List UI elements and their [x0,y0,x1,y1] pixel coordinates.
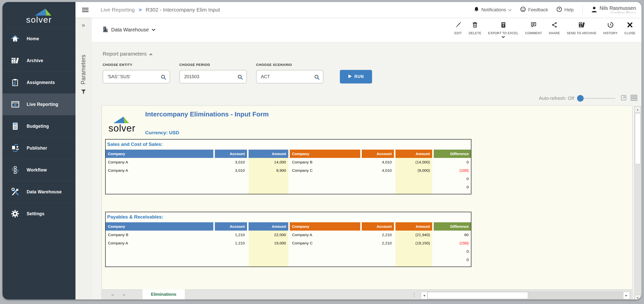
input-cell[interactable]: 22,000 [249,231,288,239]
input-cell[interactable]: (21,940) [395,231,432,239]
search-icon[interactable] [160,74,167,81]
scroll-down-arrow[interactable]: ▼ [635,295,641,299]
svg-text:?: ? [558,8,560,11]
edit-button[interactable]: EDIT [454,22,462,38]
sidebar-item-label: Workflow [27,167,47,173]
sidebar-item-assignments[interactable]: Assignments [3,71,75,93]
delete-button[interactable]: DELETE [469,22,481,38]
cell: 1,210 [215,231,247,239]
run-button-label: RUN [354,74,364,79]
input-cell[interactable]: 14,000 [249,158,288,166]
sidebar-item-label: Assignments [27,80,55,85]
send-to-archive-button[interactable]: SEND TO ARCHIVE [567,22,596,38]
input-cell[interactable]: (19,150) [395,239,432,247]
horizontal-scroll-thumb[interactable] [427,292,528,299]
splitter-handle[interactable] [414,293,415,297]
breadcrumb-section[interactable]: Live Reporting [101,7,135,13]
input-cell[interactable] [395,183,432,191]
cell: Company A [106,239,213,247]
sidebar-item-publisher[interactable]: Publisher [3,137,75,159]
input-cell[interactable] [249,247,288,255]
cell [362,255,394,264]
sidebar-item-live-reporting[interactable]: Live Reporting [3,93,75,115]
cell: Company A [106,158,213,166]
period-input[interactable] [180,70,246,83]
sheet-tab-strip: ◀ ▶ Eliminations ◀ ▶ [102,289,632,299]
history-button[interactable]: HISTORY [603,22,618,38]
input-cell[interactable] [249,255,288,264]
help-button[interactable]: ? Help [556,7,574,13]
input-cell[interactable]: (14,000) [395,158,432,166]
cell [106,255,213,264]
svg-text:X: X [502,24,504,27]
parameters-panel-strip: » Parameters [75,18,92,299]
user-menu[interactable]: Nils Rasmussen CorpDemo Master [591,6,636,14]
report-parameters-header[interactable]: Report parameters [103,51,641,57]
hamburger-menu-icon[interactable] [82,7,89,13]
input-cell[interactable]: 8,900 [249,166,288,175]
column-header: Amount [395,222,432,231]
popout-icon[interactable] [620,95,627,102]
cell: Company C [290,166,360,175]
input-cell[interactable]: 19,000 [249,239,288,247]
input-cell[interactable] [395,247,432,255]
toolbar-action-label: EDIT [454,31,462,35]
data-source-selector[interactable]: Data Warehouse [103,26,155,33]
entity-input[interactable] [103,70,170,83]
history-icon [607,22,614,29]
input-cell[interactable] [249,175,288,183]
content-area: Data Warehouse EDIT DELETE [92,18,641,299]
scenario-input[interactable] [257,70,323,83]
breadcrumb-page: R302 - Intercompany Elim Input [146,7,220,13]
spreadsheet: Intercompany Eliminations - Input Form s… [102,106,632,289]
input-cell[interactable] [395,255,432,264]
export-to-excel-button[interactable]: X EXPORT TO EXCEL [488,22,518,38]
sidebar-item-settings[interactable]: Settings [3,203,75,225]
sidebar-item-home[interactable]: Home [3,28,75,50]
close-button[interactable]: CLOSE [624,22,635,38]
sheet-prev-button[interactable]: ◀ [111,293,113,297]
sheet-tab-eliminations[interactable]: Eliminations [142,289,185,299]
vertical-scroll-thumb[interactable] [635,113,640,164]
input-cell[interactable] [395,175,432,183]
run-button[interactable]: RUN [340,70,372,83]
scroll-right-arrow[interactable]: ▶ [623,292,630,299]
scenario-field: CHOOSE SCENARIO [256,63,324,83]
scenario-field-label: CHOOSE SCENARIO [256,63,324,67]
sidebar-item-data-warehouse[interactable]: Data Warehouse [3,181,75,203]
slider-knob[interactable] [577,95,584,102]
search-icon[interactable] [314,74,320,81]
sidebar-item-archive[interactable]: Archive [3,50,75,71]
difference-cell: 0 [434,183,471,191]
sidebar-item-workflow[interactable]: Workflow [3,159,75,181]
vertical-scrollbar[interactable]: ▲ ▼ [634,106,641,299]
report-logo: solver [108,116,135,134]
report-table-sales: Sales and Cost of Sales: Company Account… [105,139,471,194]
sheet-next-button[interactable]: ▶ [123,293,126,297]
app-logo: solver [3,2,75,28]
sidebar-item-budgeting[interactable]: Budgeting [3,115,75,137]
auto-refresh-slider[interactable] [578,98,615,99]
chevrons-right-icon[interactable]: » [82,22,85,29]
scroll-left-arrow[interactable]: ◀ [421,292,427,299]
table-grid-icon[interactable] [630,95,637,102]
toolbar-action-label: SHARE [549,31,560,35]
period-field-label: CHOOSE PERIOD [179,63,247,67]
cell [215,183,247,191]
search-icon[interactable] [237,74,243,81]
input-cell[interactable]: (9,000) [395,166,432,175]
comment-button[interactable]: COMMENT [525,22,542,38]
parameters-panel-label[interactable]: Parameters [80,32,87,84]
share-button[interactable]: SHARE [549,22,560,38]
scroll-up-arrow[interactable]: ▲ [635,106,641,113]
column-header: Account [362,222,394,231]
horizontal-scrollbar[interactable]: ◀ ▶ [421,292,630,299]
funnel-icon[interactable] [81,89,86,96]
horizontal-scroll-track[interactable] [427,292,623,299]
notifications-button[interactable]: Notifications [474,7,512,13]
feedback-button[interactable]: Feedback [520,7,548,13]
cell: 1,210 [215,239,247,247]
report-title: Intercompany Eliminations - Input Form [145,110,269,118]
input-cell[interactable] [249,183,288,191]
entity-field: CHOOSE ENTITY [103,63,170,83]
